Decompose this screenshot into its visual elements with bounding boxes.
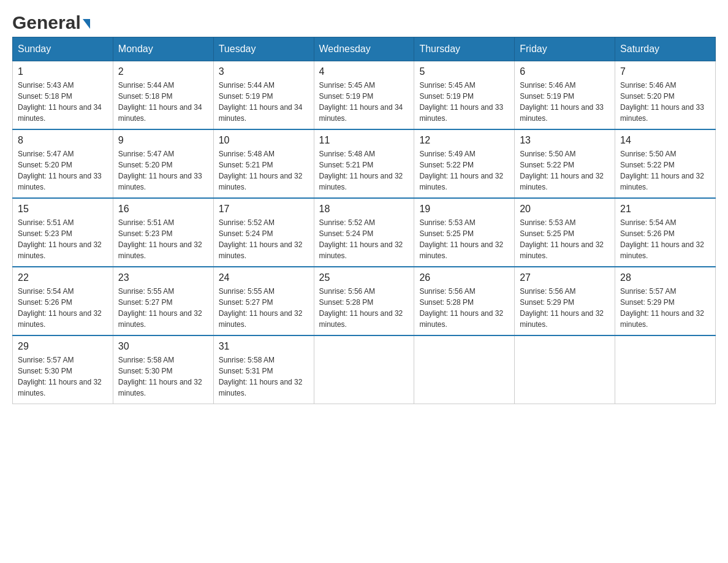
- day-number: 10: [219, 135, 309, 146]
- day-info: Sunrise: 5:51 AMSunset: 5:23 PMDaylight:…: [18, 217, 108, 261]
- calendar-cell: 2Sunrise: 5:44 AMSunset: 5:18 PMDaylight…: [113, 61, 213, 130]
- calendar-cell: [615, 335, 716, 404]
- day-number: 20: [520, 204, 610, 215]
- calendar-week-row: 22Sunrise: 5:54 AMSunset: 5:26 PMDayligh…: [13, 267, 716, 335]
- day-info: Sunrise: 5:55 AMSunset: 5:27 PMDaylight:…: [219, 286, 309, 330]
- day-number: 26: [419, 272, 509, 283]
- day-info: Sunrise: 5:45 AMSunset: 5:19 PMDaylight:…: [419, 80, 509, 124]
- day-number: 13: [520, 135, 610, 146]
- day-info: Sunrise: 5:48 AMSunset: 5:21 PMDaylight:…: [319, 148, 409, 193]
- calendar-cell: 13Sunrise: 5:50 AMSunset: 5:22 PMDayligh…: [515, 129, 615, 198]
- day-info: Sunrise: 5:49 AMSunset: 5:22 PMDaylight:…: [419, 148, 509, 193]
- logo: General: [12, 12, 90, 31]
- day-info: Sunrise: 5:44 AMSunset: 5:18 PMDaylight:…: [118, 80, 208, 124]
- day-info: Sunrise: 5:43 AMSunset: 5:18 PMDaylight:…: [18, 80, 108, 124]
- calendar-cell: [314, 335, 414, 404]
- calendar-cell: 4Sunrise: 5:45 AMSunset: 5:19 PMDaylight…: [314, 61, 414, 130]
- calendar-cell: 29Sunrise: 5:57 AMSunset: 5:30 PMDayligh…: [13, 335, 113, 404]
- column-header-monday: Monday: [113, 37, 213, 61]
- calendar-cell: 25Sunrise: 5:56 AMSunset: 5:28 PMDayligh…: [314, 267, 414, 335]
- calendar-cell: 21Sunrise: 5:54 AMSunset: 5:26 PMDayligh…: [615, 198, 716, 267]
- day-number: 16: [118, 204, 208, 215]
- calendar-cell: 11Sunrise: 5:48 AMSunset: 5:21 PMDayligh…: [314, 129, 414, 198]
- day-number: 14: [620, 135, 710, 146]
- day-info: Sunrise: 5:47 AMSunset: 5:20 PMDaylight:…: [18, 148, 108, 193]
- calendar-cell: 7Sunrise: 5:46 AMSunset: 5:20 PMDaylight…: [615, 61, 716, 130]
- day-info: Sunrise: 5:51 AMSunset: 5:23 PMDaylight:…: [118, 217, 208, 261]
- day-number: 27: [520, 272, 610, 283]
- day-number: 18: [319, 204, 409, 215]
- day-number: 23: [118, 272, 208, 283]
- day-info: Sunrise: 5:58 AMSunset: 5:30 PMDaylight:…: [118, 354, 208, 399]
- day-number: 6: [520, 66, 610, 77]
- day-info: Sunrise: 5:47 AMSunset: 5:20 PMDaylight:…: [118, 148, 208, 193]
- day-number: 21: [620, 204, 710, 215]
- day-info: Sunrise: 5:45 AMSunset: 5:19 PMDaylight:…: [319, 80, 409, 124]
- calendar-cell: 16Sunrise: 5:51 AMSunset: 5:23 PMDayligh…: [113, 198, 213, 267]
- day-number: 15: [18, 204, 108, 215]
- calendar-table: SundayMondayTuesdayWednesdayThursdayFrid…: [12, 37, 716, 404]
- calendar-cell: 18Sunrise: 5:52 AMSunset: 5:24 PMDayligh…: [314, 198, 414, 267]
- column-header-friday: Friday: [515, 37, 615, 61]
- calendar-header-row: SundayMondayTuesdayWednesdayThursdayFrid…: [13, 37, 716, 61]
- calendar-cell: 30Sunrise: 5:58 AMSunset: 5:30 PMDayligh…: [113, 335, 213, 404]
- day-number: 5: [419, 66, 509, 77]
- calendar-cell: 22Sunrise: 5:54 AMSunset: 5:26 PMDayligh…: [13, 267, 113, 335]
- day-number: 9: [118, 135, 208, 146]
- calendar-cell: 19Sunrise: 5:53 AMSunset: 5:25 PMDayligh…: [414, 198, 515, 267]
- day-number: 11: [319, 135, 409, 146]
- day-number: 7: [620, 66, 710, 77]
- day-number: 24: [219, 272, 309, 283]
- day-number: 22: [18, 272, 108, 283]
- day-number: 1: [18, 66, 108, 77]
- column-header-thursday: Thursday: [414, 37, 515, 61]
- day-info: Sunrise: 5:56 AMSunset: 5:29 PMDaylight:…: [520, 286, 610, 330]
- logo-general-text: General: [12, 12, 81, 33]
- day-number: 4: [319, 66, 409, 77]
- day-number: 17: [219, 204, 309, 215]
- day-number: 12: [419, 135, 509, 146]
- calendar-cell: 28Sunrise: 5:57 AMSunset: 5:29 PMDayligh…: [615, 267, 716, 335]
- day-info: Sunrise: 5:44 AMSunset: 5:19 PMDaylight:…: [219, 80, 309, 124]
- calendar-cell: 20Sunrise: 5:53 AMSunset: 5:25 PMDayligh…: [515, 198, 615, 267]
- logo-arrow-icon: [83, 19, 90, 29]
- calendar-cell: [515, 335, 615, 404]
- day-number: 29: [18, 341, 108, 352]
- day-info: Sunrise: 5:54 AMSunset: 5:26 PMDaylight:…: [620, 217, 710, 261]
- day-info: Sunrise: 5:54 AMSunset: 5:26 PMDaylight:…: [18, 286, 108, 330]
- calendar-cell: 1Sunrise: 5:43 AMSunset: 5:18 PMDaylight…: [13, 61, 113, 130]
- column-header-wednesday: Wednesday: [314, 37, 414, 61]
- calendar-week-row: 1Sunrise: 5:43 AMSunset: 5:18 PMDaylight…: [13, 61, 716, 130]
- day-info: Sunrise: 5:46 AMSunset: 5:19 PMDaylight:…: [520, 80, 610, 124]
- page-header: General: [12, 12, 716, 31]
- day-info: Sunrise: 5:52 AMSunset: 5:24 PMDaylight:…: [319, 217, 409, 261]
- day-info: Sunrise: 5:50 AMSunset: 5:22 PMDaylight:…: [520, 148, 610, 193]
- day-info: Sunrise: 5:50 AMSunset: 5:22 PMDaylight:…: [620, 148, 710, 193]
- day-number: 3: [219, 66, 309, 77]
- calendar-cell: 14Sunrise: 5:50 AMSunset: 5:22 PMDayligh…: [615, 129, 716, 198]
- day-info: Sunrise: 5:58 AMSunset: 5:31 PMDaylight:…: [219, 354, 309, 399]
- calendar-cell: 5Sunrise: 5:45 AMSunset: 5:19 PMDaylight…: [414, 61, 515, 130]
- calendar-cell: 6Sunrise: 5:46 AMSunset: 5:19 PMDaylight…: [515, 61, 615, 130]
- day-info: Sunrise: 5:46 AMSunset: 5:20 PMDaylight:…: [620, 80, 710, 124]
- column-header-sunday: Sunday: [13, 37, 113, 61]
- calendar-cell: 26Sunrise: 5:56 AMSunset: 5:28 PMDayligh…: [414, 267, 515, 335]
- calendar-cell: 24Sunrise: 5:55 AMSunset: 5:27 PMDayligh…: [213, 267, 314, 335]
- calendar-cell: 12Sunrise: 5:49 AMSunset: 5:22 PMDayligh…: [414, 129, 515, 198]
- calendar-week-row: 29Sunrise: 5:57 AMSunset: 5:30 PMDayligh…: [13, 335, 716, 404]
- calendar-week-row: 15Sunrise: 5:51 AMSunset: 5:23 PMDayligh…: [13, 198, 716, 267]
- day-info: Sunrise: 5:53 AMSunset: 5:25 PMDaylight:…: [520, 217, 610, 261]
- day-info: Sunrise: 5:56 AMSunset: 5:28 PMDaylight:…: [319, 286, 409, 330]
- column-header-saturday: Saturday: [615, 37, 716, 61]
- calendar-cell: 31Sunrise: 5:58 AMSunset: 5:31 PMDayligh…: [213, 335, 314, 404]
- day-number: 31: [219, 341, 309, 352]
- day-info: Sunrise: 5:56 AMSunset: 5:28 PMDaylight:…: [419, 286, 509, 330]
- day-info: Sunrise: 5:57 AMSunset: 5:29 PMDaylight:…: [620, 286, 710, 330]
- calendar-cell: 15Sunrise: 5:51 AMSunset: 5:23 PMDayligh…: [13, 198, 113, 267]
- day-number: 8: [18, 135, 108, 146]
- calendar-week-row: 8Sunrise: 5:47 AMSunset: 5:20 PMDaylight…: [13, 129, 716, 198]
- day-info: Sunrise: 5:53 AMSunset: 5:25 PMDaylight:…: [419, 217, 509, 261]
- day-number: 28: [620, 272, 710, 283]
- calendar-cell: 3Sunrise: 5:44 AMSunset: 5:19 PMDaylight…: [213, 61, 314, 130]
- day-info: Sunrise: 5:52 AMSunset: 5:24 PMDaylight:…: [219, 217, 309, 261]
